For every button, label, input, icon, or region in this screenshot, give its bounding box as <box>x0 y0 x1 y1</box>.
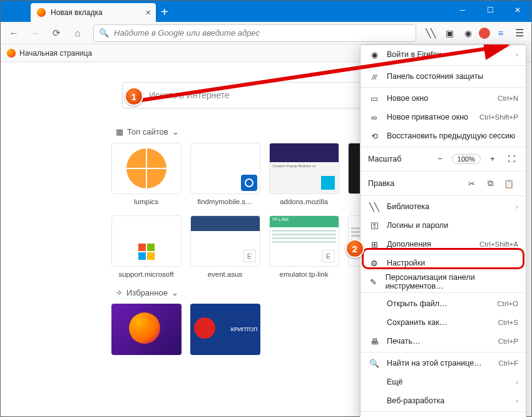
tab-close-icon[interactable]: × <box>146 8 151 18</box>
key-icon: ⚿ <box>368 221 381 230</box>
search-icon: 🔍 <box>368 359 381 368</box>
zoom-out-button[interactable]: − <box>433 152 447 166</box>
shield-icon: ⫻ <box>368 72 381 81</box>
menu-signin[interactable]: ◉Войти в Firefox› <box>361 45 526 64</box>
menu-addons[interactable]: ⊞ДополненияCtrl+Shift+A <box>361 235 526 254</box>
tab-title: Новая вкладка <box>51 8 103 17</box>
menu-protection[interactable]: ⫻Панель состояния защиты <box>361 67 526 86</box>
top-site-tile[interactable]: E event.asus <box>190 215 260 278</box>
navigation-toolbar: ← → ⟳ ⌂ 🔍 Найдите в Google или введите а… <box>1 22 531 44</box>
menu-edit: Правка ✂ ⧉ 📋 <box>361 173 526 194</box>
top-site-tile[interactable]: support.microsoft <box>111 215 182 278</box>
chevron-right-icon: › <box>516 203 518 210</box>
google-icon <box>131 90 143 101</box>
extension-icon[interactable] <box>479 28 490 39</box>
readinglist-icon[interactable]: ≡ <box>493 25 509 41</box>
brush-icon: ✎ <box>368 277 379 287</box>
menu-new-private[interactable]: ∞Новое приватное окноCtrl+Shift+P <box>361 108 526 126</box>
top-site-tile[interactable]: lumpics <box>111 143 182 205</box>
new-tab-button[interactable]: + <box>161 5 168 19</box>
menu-zoom: Масштаб − 100% + ⛶ <box>361 148 526 170</box>
puzzle-icon <box>321 176 335 190</box>
menu-open-file[interactable]: Открыть файл…Ctrl+O <box>361 294 526 313</box>
forward-button[interactable]: → <box>26 24 44 43</box>
top-site-tile[interactable]: findmymobile.s… <box>190 143 260 205</box>
titlebar: Новая вкладка × + ─ ☐ ✕ <box>1 1 531 22</box>
menu-print[interactable]: 🖶Печать…Ctrl+P <box>361 332 526 351</box>
menu-more[interactable]: Ещё› <box>361 373 526 391</box>
firefox-icon <box>37 8 46 17</box>
account-icon[interactable]: ◉ <box>460 25 476 41</box>
reload-button[interactable]: ⟳ <box>47 24 66 43</box>
menu-new-window[interactable]: ▭Новое окноCtrl+N <box>361 89 526 108</box>
menu-library[interactable]: ╲╲Библиотека› <box>361 197 526 216</box>
back-button[interactable]: ← <box>4 24 23 43</box>
menu-logins[interactable]: ⚿Логины и пароли <box>361 216 526 235</box>
menu-save-as[interactable]: Сохранить как…Ctrl+S <box>361 313 526 332</box>
search-icon: 🔍 <box>99 28 109 38</box>
library-icon: ╲╲ <box>368 202 381 212</box>
highlight-tile[interactable] <box>111 304 182 355</box>
close-button[interactable]: ✕ <box>504 1 531 19</box>
paste-icon[interactable]: 📋 <box>499 179 518 188</box>
fullscreen-button[interactable]: ⛶ <box>504 152 518 166</box>
menu-webdev[interactable]: Веб-разработка› <box>361 391 526 410</box>
top-site-tile[interactable]: TP-LINKE emulator.tp-link <box>269 215 339 278</box>
search-placeholder: Искать в Интернете <box>149 90 230 100</box>
chevron-right-icon: › <box>516 51 518 58</box>
address-bar[interactable]: 🔍 Найдите в Google или введите адрес <box>93 24 416 42</box>
cut-icon[interactable]: ✂ <box>462 179 481 188</box>
firefox-icon <box>7 49 16 58</box>
address-placeholder: Найдите в Google или введите адрес <box>114 28 260 38</box>
bookmark-item[interactable]: Начальная страница <box>19 49 92 58</box>
menu-customize[interactable]: ✎Персонализация панели инструментов… <box>361 272 526 291</box>
menu-settings[interactable]: ⚙Настройки <box>361 254 526 272</box>
home-button[interactable]: ⌂ <box>68 24 87 43</box>
app-menu-button[interactable]: ☰ <box>511 25 528 41</box>
window-icon: ▭ <box>368 94 381 103</box>
sidebar-icon[interactable]: ▣ <box>441 25 458 41</box>
menu-restore-session[interactable]: ⟲Восстановить предыдущую сессию <box>361 126 526 145</box>
copy-icon[interactable]: ⧉ <box>481 178 499 188</box>
grid-icon: ▦ <box>116 127 123 136</box>
chevron-right-icon: › <box>516 378 518 386</box>
puzzle-icon: ⊞ <box>368 240 381 249</box>
zoom-in-button[interactable]: + <box>486 152 499 166</box>
mask-icon: ∞ <box>368 113 381 122</box>
chevron-down-icon: ⌄ <box>172 127 179 136</box>
window-controls: ─ ☐ ✕ <box>449 1 531 19</box>
minimize-button[interactable]: ─ <box>449 1 476 19</box>
print-icon: 🖶 <box>368 337 381 346</box>
maximize-button[interactable]: ☐ <box>476 1 504 19</box>
chevron-right-icon: › <box>516 397 518 404</box>
top-site-tile[interactable]: Custom Popup Buttons от addons.mozilla <box>269 143 339 205</box>
star-icon: ✧ <box>116 288 123 297</box>
highlight-tile[interactable]: КРИПТОП <box>190 304 260 355</box>
library-icon[interactable]: ╲╲ <box>422 25 439 41</box>
account-icon: ◉ <box>368 50 381 59</box>
menu-find[interactable]: 🔍Найти на этой странице…Ctrl+F <box>361 354 526 373</box>
app-menu: ◉Войти в Firefox› ⫻Панель состояния защи… <box>360 44 526 417</box>
browser-window: Новая вкладка × + ─ ☐ ✕ ← → ⟳ ⌂ 🔍 Найдит… <box>0 0 532 417</box>
browser-tab[interactable]: Новая вкладка × <box>31 3 156 22</box>
restore-icon: ⟲ <box>368 131 381 141</box>
chevron-down-icon: ⌄ <box>171 288 178 297</box>
zoom-value: 100% <box>452 154 481 164</box>
menu-help[interactable]: ?Справка› <box>361 413 526 417</box>
gear-icon: ⚙ <box>368 259 381 268</box>
